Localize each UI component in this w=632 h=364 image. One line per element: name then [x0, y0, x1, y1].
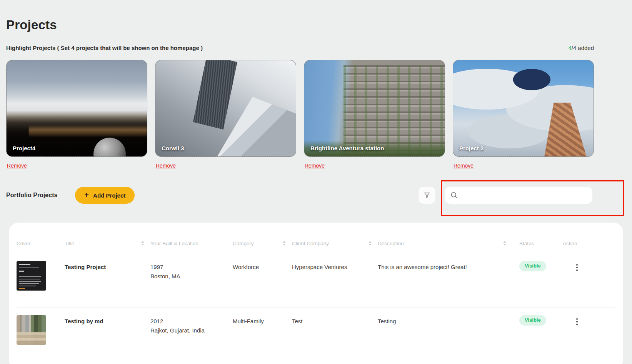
magnifier-icon: [450, 192, 458, 199]
sort-arrows-icon: [283, 241, 286, 246]
column-header-title[interactable]: Title: [65, 241, 150, 246]
portfolio-projects-table: Cover Title Year Built & Location Catego…: [9, 223, 623, 364]
remove-link[interactable]: Remove: [454, 163, 474, 169]
client-company-cell: Hyperspace Ventures: [292, 253, 378, 272]
remove-link[interactable]: Remove: [156, 163, 176, 169]
project-cover-image: [304, 60, 445, 156]
status-badge: Visible: [519, 261, 546, 271]
year-location-cell: 2012 Rajkot, Gujarat, India: [150, 307, 233, 335]
highlight-card-label: Project 2: [459, 145, 484, 151]
title-cell: Testing by md: [65, 307, 150, 326]
highlight-card-column: Project4 Remove: [6, 60, 147, 169]
highlight-card-column: Corwil 3 Remove: [155, 60, 296, 169]
highlight-card-label: Brightline Aventura station: [310, 145, 384, 151]
highlight-card-column: Project 2 Remove: [453, 60, 594, 169]
highlight-card-column: Brightline Aventura station Remove: [304, 60, 445, 169]
kebab-menu-icon[interactable]: [572, 263, 582, 273]
status-cell: Visible: [512, 307, 557, 326]
highlight-count-number: 4: [568, 45, 571, 51]
table-bottom-divider: [17, 361, 615, 364]
remove-link[interactable]: Remove: [7, 163, 27, 169]
highlight-card-project2: Project 2: [453, 60, 594, 157]
project-cover-image: [453, 60, 594, 156]
status-badge: Visible: [519, 315, 546, 326]
column-header-description[interactable]: Description: [378, 241, 512, 246]
highlight-card-label: Corwil 3: [162, 145, 184, 151]
portfolio-toolbar: Portfolio Projects + Add Project: [6, 187, 594, 204]
description-cell: This is an awesome project! Great!: [378, 253, 512, 272]
action-cell: [557, 253, 615, 273]
sort-arrows-icon: [141, 241, 144, 246]
highlight-card-brightline: Brightline Aventura station: [304, 60, 445, 157]
highlight-card-label: Project4: [13, 145, 35, 151]
location: Rajkot, Gujarat, India: [150, 326, 233, 335]
highlight-heading: Highlight Projects ( Set 4 projects that…: [6, 45, 203, 51]
highlight-card-corwil3: Corwil 3: [155, 60, 296, 157]
status-cell: Visible: [512, 253, 557, 271]
action-cell: [557, 307, 615, 327]
year-location-cell: 1997 Boston, MA: [150, 253, 233, 281]
cover-cell: [17, 307, 65, 345]
projects-page: Projects Highlight Projects ( Set 4 proj…: [0, 0, 632, 364]
table-tools: [419, 187, 594, 204]
plus-icon: +: [84, 191, 89, 199]
category-cell: Multi-Family: [233, 307, 292, 326]
cover-image: [17, 261, 46, 291]
column-header-cover: Cover: [17, 241, 65, 246]
project-cover-image: [7, 60, 147, 156]
highlight-count: 4/4 added: [568, 45, 594, 51]
search-field-wrapper: [445, 187, 592, 204]
year-built: 1997: [150, 263, 233, 272]
column-header-category[interactable]: Category: [233, 241, 292, 246]
kebab-menu-icon[interactable]: [572, 317, 582, 327]
search-input[interactable]: [445, 187, 592, 204]
title-cell: Testing Project: [65, 253, 150, 272]
page-title: Projects: [0, 0, 632, 32]
description-cell: Testing: [378, 307, 512, 326]
column-header-year-location: Year Built & Location: [150, 241, 233, 246]
column-header-status: Status: [512, 241, 557, 246]
highlight-count-suffix: /4 added: [572, 45, 594, 51]
cover-image: [17, 315, 46, 345]
sort-arrows-icon: [369, 241, 372, 246]
sort-arrows-icon: [503, 241, 506, 246]
table-header-row: Cover Title Year Built & Location Catego…: [17, 223, 615, 253]
funnel-icon: [423, 191, 431, 199]
cover-cell: [17, 253, 65, 291]
filter-button[interactable]: [419, 187, 435, 204]
remove-link[interactable]: Remove: [305, 163, 325, 169]
client-company-cell: Test: [292, 307, 378, 326]
highlight-header: Highlight Projects ( Set 4 projects that…: [6, 45, 594, 51]
portfolio-heading: Portfolio Projects: [6, 192, 57, 199]
add-project-button[interactable]: + Add Project: [75, 187, 135, 204]
add-project-button-label: Add Project: [93, 192, 125, 199]
category-cell: Workforce: [233, 253, 292, 272]
table-row: Testing by md 2012 Rajkot, Gujarat, Indi…: [17, 307, 615, 361]
year-built: 2012: [150, 317, 233, 326]
table-row: Testing Project 1997 Boston, MA Workforc…: [17, 253, 615, 307]
highlight-cards-row: Project4 Remove Corwil 3 Remove Brightli…: [6, 60, 594, 169]
column-header-action: Action: [557, 241, 615, 246]
location: Boston, MA: [150, 272, 233, 281]
column-header-client-company[interactable]: Client Company: [292, 241, 378, 246]
project-cover-image: [155, 60, 296, 156]
highlight-card-project4: Project4: [6, 60, 147, 157]
